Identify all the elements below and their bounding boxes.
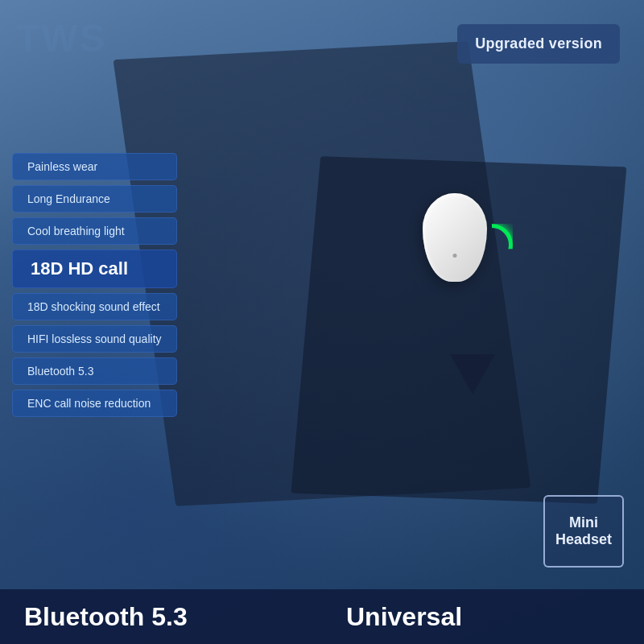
watermark: TWS: [16, 16, 107, 60]
bottom-bar: Bluetooth 5.3 Universal: [0, 589, 644, 644]
main-container: TWS Upgraded version Painless wear Long …: [0, 0, 644, 644]
feature-18d-hd-call: 18D HD call: [12, 250, 177, 288]
triangle-arrow: [450, 354, 495, 394]
feature-hifi-quality: HIFI lossless sound quality: [12, 325, 177, 353]
feature-cool-breathing: Cool breathing light: [12, 217, 177, 245]
mini-headset-box: Mini Headset: [543, 495, 624, 568]
mini-headset-line1: Mini: [569, 514, 598, 531]
upgraded-badge: Upgraded version: [457, 24, 620, 64]
earphone-body: [423, 193, 495, 290]
earphone-shape: [423, 193, 487, 282]
feature-bluetooth: Bluetooth 5.3: [12, 357, 177, 385]
mini-headset-line2: Headset: [555, 531, 612, 548]
earphone-container: [411, 193, 507, 322]
bottom-universal-label: Universal: [298, 602, 620, 632]
features-list: Painless wear Long Endurance Cool breath…: [12, 153, 177, 417]
feature-long-endurance: Long Endurance: [12, 185, 177, 213]
feature-18d-sound: 18D shocking sound effect: [12, 293, 177, 320]
feature-painless-wear: Painless wear: [12, 153, 177, 180]
bottom-bluetooth-label: Bluetooth 5.3: [24, 602, 298, 632]
feature-enc-noise: ENC call noise reduction: [12, 390, 177, 417]
earphone-dot: [453, 254, 457, 258]
